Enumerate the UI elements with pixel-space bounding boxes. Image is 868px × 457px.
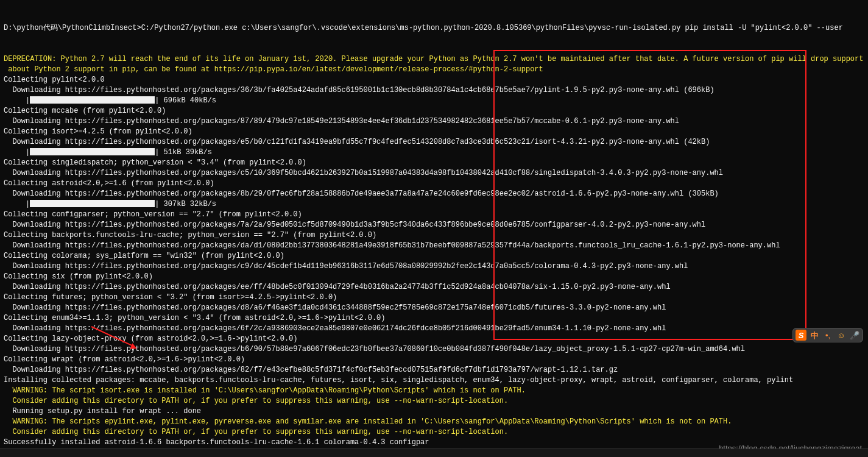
terminal-line: Downloading https://files.pythonhosted.o… (4, 189, 864, 199)
terminal-line: Downloading https://files.pythonhosted.o… (4, 261, 864, 272)
terminal-line: || 51kB 39kB/s (4, 147, 864, 158)
progress-bar (30, 148, 155, 155)
terminal-line: Downloading https://files.pythonhosted.o… (4, 85, 864, 96)
terminal-line: || 696kB 40kB/s (4, 96, 864, 106)
terminal-line: Collecting backports.functools-lru-cache… (4, 230, 864, 241)
terminal-line: about Python 2 support in pip, can be fo… (4, 65, 864, 75)
progress-bar (30, 96, 155, 104)
ime-punctuation-icon[interactable]: •, (822, 330, 833, 341)
terminal-line: Consider adding this directory to PATH o… (4, 427, 864, 438)
terminal-line: Collecting wrapt (from astroid<2.0,>=1.6… (4, 355, 864, 365)
terminal-line: Downloading https://files.pythonhosted.o… (4, 168, 864, 179)
terminal-line: Downloading https://files.pythonhosted.o… (4, 344, 864, 355)
terminal-line: Downloading https://files.pythonhosted.o… (4, 137, 864, 147)
terminal-line: Running setup.py install for wrapt ... d… (4, 406, 864, 417)
terminal-line: Downloading https://files.pythonhosted.o… (4, 282, 864, 292)
terminal-line: Collecting pylint<2.0.0 (4, 75, 864, 85)
command-line[interactable]: D:\python代码\PythonClimbInsect>C:/Python2… (4, 23, 864, 34)
terminal-line: DEPRECATION: Python 2.7 will reach the e… (4, 54, 864, 65)
terminal-line: Collecting isort>=4.2.5 (from pylint<2.0… (4, 127, 864, 137)
terminal-line: Collecting futures; python_version < "3.… (4, 292, 864, 303)
terminal-line: || 307kB 32kB/s (4, 199, 864, 210)
terminal-line: Installing collected packages: mccabe, b… (4, 375, 864, 386)
terminal-line: Collecting colorama; sys_platform == "wi… (4, 251, 864, 261)
terminal-line: Collecting six (from pylint<2.0.0) (4, 272, 864, 282)
progress-bar (30, 200, 155, 207)
terminal-output: D:\python代码\PythonClimbInsect>C:/Python2… (0, 0, 868, 457)
terminal-line: Collecting lazy-object-proxy (from astro… (4, 334, 864, 344)
sogou-logo-icon[interactable]: S (796, 330, 806, 341)
terminal-line: Consider adding this directory to PATH o… (4, 396, 864, 406)
terminal-line: Downloading https://files.pythonhosted.o… (4, 116, 864, 127)
terminal-line: Collecting mccabe (from pylint<2.0.0) (4, 106, 864, 116)
terminal-line: Downloading https://files.pythonhosted.o… (4, 365, 864, 375)
ime-voice-icon[interactable]: 🎤 (849, 330, 860, 341)
terminal-line: WARNING: The scripts epylint.exe, pylint… (4, 417, 864, 427)
ime-toolbar[interactable]: S 中 •, ☺ 🎤 (792, 328, 863, 342)
terminal-line: WARNING: The script isort.exe is install… (4, 386, 864, 396)
ime-emoji-icon[interactable]: ☺ (836, 330, 847, 341)
terminal-line: Downloading https://files.pythonhosted.o… (4, 303, 864, 313)
ime-language-icon[interactable]: 中 (809, 330, 820, 341)
terminal-line: Downloading https://files.pythonhosted.o… (4, 324, 864, 334)
terminal-line: Downloading https://files.pythonhosted.o… (4, 241, 864, 251)
terminal-line: Collecting configparser; python_version … (4, 210, 864, 220)
terminal-line: Collecting astroid<2.0,>=1.6 (from pylin… (4, 179, 864, 189)
taskbar[interactable] (0, 448, 868, 457)
terminal-line: Collecting singledispatch; python_versio… (4, 158, 864, 168)
terminal-line: Downloading https://files.pythonhosted.o… (4, 220, 864, 230)
terminal-line: Collecting enum34>=1.1.3; python_version… (4, 313, 864, 324)
